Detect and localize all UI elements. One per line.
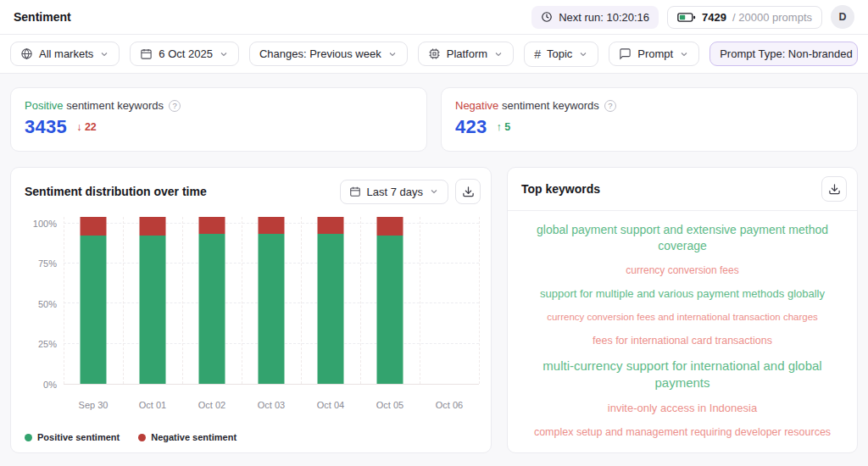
filter-topic[interactable]: #Topic — [524, 42, 598, 67]
date-range-selector[interactable]: Last 7 days — [340, 180, 449, 204]
stats-row: Positive sentiment keywords ? 3435 ↓ 22 … — [10, 87, 858, 152]
chip-icon — [428, 47, 441, 60]
positive-keywords-title: Positive sentiment keywords ? — [25, 99, 413, 112]
keyword-item[interactable]: multi-currency support for international… — [526, 358, 838, 392]
positive-keywords-card: Positive sentiment keywords ? 3435 ↓ 22 — [10, 87, 427, 152]
download-chart-button[interactable] — [455, 179, 481, 204]
keyword-item[interactable]: fees for international card transactions — [526, 334, 838, 348]
negative-segment — [259, 217, 285, 234]
legend-dot — [138, 434, 146, 441]
battery-icon — [677, 12, 696, 23]
stacked-bar-oct-05[interactable] — [377, 217, 403, 384]
prompt-usage-button[interactable]: 7429 / 20000 prompts — [667, 6, 822, 29]
top-bar: Sentiment Next run: 10:20:16 7429 / 2000… — [0, 0, 868, 35]
top-keywords-card: Top keywords global payment support and … — [507, 167, 858, 453]
sentiment-dashboard: Sentiment Next run: 10:20:16 7429 / 2000… — [0, 0, 868, 466]
chevron-down-icon — [219, 49, 229, 59]
negative-segment — [140, 217, 166, 236]
y-axis-labels: 0%25%50%75%100% — [25, 217, 57, 385]
x-tick-label: Oct 02 — [198, 400, 225, 410]
help-icon[interactable]: ? — [169, 100, 181, 112]
keyword-item[interactable]: support for multiple and various payment… — [526, 286, 838, 302]
y-tick-label: 25% — [38, 339, 57, 349]
keywords-title: Top keywords — [521, 182, 600, 196]
chevron-down-icon — [429, 186, 439, 197]
negative-segment — [318, 217, 344, 234]
filter-all-markets[interactable]: All markets — [10, 42, 120, 66]
prompts-total: / 20000 prompts — [732, 11, 812, 24]
download-icon — [462, 186, 475, 198]
vertical-gridline — [360, 217, 361, 384]
negative-segment — [377, 217, 403, 236]
vertical-gridline — [479, 217, 480, 384]
filter-changes-previous-week[interactable]: Changes: Previous week — [249, 42, 408, 66]
keyword-item[interactable]: invite-only access in Indonesia — [526, 401, 838, 416]
legend-negative-sentiment[interactable]: Negative sentiment — [138, 432, 236, 442]
y-tick-label: 50% — [38, 299, 57, 309]
positive-segment — [377, 236, 403, 384]
main-content: Positive sentiment keywords ? 3435 ↓ 22 … — [0, 74, 868, 453]
positive-segment — [318, 234, 344, 384]
globe-icon — [20, 47, 33, 60]
stacked-bar-oct-02[interactable] — [199, 217, 225, 384]
positive-segment — [81, 236, 107, 384]
keywords-list: global payment support and extensive pay… — [508, 211, 857, 452]
sentiment-distribution-card: Sentiment distribution over time Last 7 … — [10, 167, 492, 453]
page-title: Sentiment — [14, 10, 71, 24]
chevron-down-icon — [493, 49, 504, 59]
keyword-item[interactable]: currency conversion fees — [526, 264, 838, 277]
chart-legend: Positive sentimentNegative sentiment — [25, 432, 236, 442]
calendar-icon — [349, 186, 361, 197]
active-filter-label: Prompt Type: Non-branded — [710, 42, 858, 65]
negative-keywords-value: 423 — [455, 116, 487, 138]
download-keywords-button[interactable] — [821, 176, 847, 202]
negative-segment — [199, 217, 225, 234]
x-tick-label: Oct 05 — [376, 400, 403, 410]
active-filter-prompt-type[interactable]: Prompt Type: Non-branded ✕ — [709, 42, 858, 66]
bottom-row: Sentiment distribution over time Last 7 … — [10, 167, 858, 453]
positive-segment — [140, 236, 166, 384]
y-tick-label: 100% — [33, 219, 57, 229]
stacked-bar-oct-03[interactable] — [259, 217, 285, 384]
download-icon — [828, 183, 841, 196]
hash-icon: # — [534, 47, 541, 61]
stacked-bar-oct-04[interactable] — [318, 217, 344, 384]
negative-keywords-card: Negative sentiment keywords ? 423 ↑ 5 — [441, 87, 858, 152]
vertical-gridline — [182, 217, 183, 384]
filter-buttons: All markets6 Oct 2025Changes: Previous w… — [10, 42, 699, 67]
x-tick-label: Oct 01 — [139, 400, 166, 410]
positive-segment — [199, 234, 225, 384]
stacked-bar-sep-30[interactable] — [81, 217, 107, 384]
filter-6-oct-2025[interactable]: 6 Oct 2025 — [130, 42, 239, 66]
x-tick-label: Oct 04 — [317, 400, 344, 410]
y-tick-label: 0% — [43, 380, 57, 390]
filter-bar: All markets6 Oct 2025Changes: Previous w… — [0, 35, 868, 74]
next-run-status: Next run: 10:20:16 — [531, 6, 659, 29]
positive-keywords-delta: ↓ 22 — [76, 121, 97, 133]
calendar-icon — [140, 47, 153, 60]
vertical-gridline — [123, 217, 124, 384]
vertical-gridline — [242, 217, 242, 384]
x-tick-label: Oct 03 — [258, 400, 285, 410]
chevron-down-icon — [679, 49, 689, 59]
avatar[interactable]: D — [831, 5, 854, 29]
keyword-item[interactable]: complex setup and management requiring d… — [526, 425, 838, 440]
x-axis-labels: Sep 30Oct 01Oct 02Oct 03Oct 04Oct 05Oct … — [64, 390, 479, 412]
stacked-bar-oct-01[interactable] — [140, 217, 166, 384]
clock-icon — [541, 11, 553, 23]
keyword-item[interactable]: currency conversion fees and internation… — [526, 311, 838, 325]
keyword-item[interactable]: global payment support and extensive pay… — [526, 222, 838, 254]
topbar-right: Next run: 10:20:16 7429 / 20000 prompts … — [531, 5, 854, 29]
next-run-text: Next run: 10:20:16 — [559, 11, 649, 24]
x-tick-label: Oct 06 — [436, 400, 463, 410]
y-tick-label: 75% — [38, 258, 57, 269]
positive-keywords-value: 3435 — [25, 116, 67, 138]
prompts-used: 7429 — [702, 11, 726, 24]
legend-positive-sentiment[interactable]: Positive sentiment — [25, 432, 120, 442]
legend-dot — [25, 434, 32, 441]
help-icon[interactable]: ? — [604, 100, 616, 112]
negative-keywords-delta: ↑ 5 — [497, 121, 511, 133]
filter-prompt[interactable]: Prompt — [609, 42, 699, 66]
positive-segment — [259, 234, 285, 384]
filter-platform[interactable]: Platform — [418, 42, 514, 66]
